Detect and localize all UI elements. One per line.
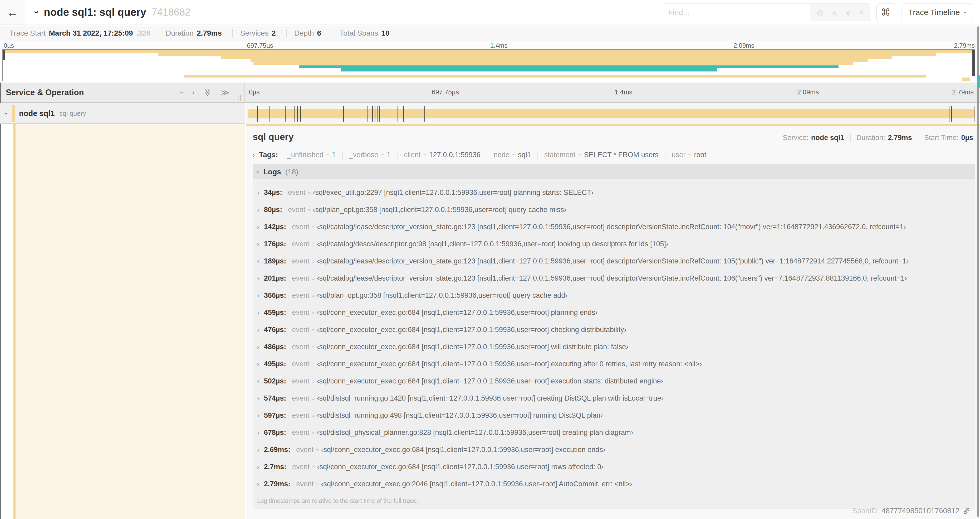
log-timestamp: 597µs: [264, 411, 286, 420]
log-marker-tick[interactable] [285, 106, 286, 121]
minimap-span-bar [221, 56, 892, 59]
minimap-canvas[interactable] [2, 50, 975, 81]
log-marker-tick[interactable] [372, 106, 373, 121]
log-expand-chevron-icon[interactable]: › [257, 309, 259, 316]
logs-collapse-chevron-icon[interactable]: › [255, 171, 262, 173]
expand-all-icon[interactable]: ≫ [221, 88, 229, 97]
tag-list: _unfinished = 1 _verbose = 1 client = 12… [281, 151, 713, 159]
log-entry[interactable]: › 201µs: event = ‹sql/catalog/lease/desc… [253, 270, 975, 287]
log-entry[interactable]: › 2.69ms: event = ‹sql/conn_executor_exe… [253, 441, 975, 458]
log-timestamp: 34µs: [264, 188, 282, 197]
log-entry[interactable]: › 678µs: event = ‹sql/distsql_physical_p… [253, 424, 975, 441]
log-field-value: ‹sql/conn_executor_exec.go:684 [nsql1,cl… [317, 360, 702, 368]
collapse-one-icon[interactable]: › [177, 91, 186, 94]
log-marker-tick[interactable] [300, 106, 301, 121]
prev-match-icon[interactable]: ∧ [832, 8, 837, 17]
log-equals: = [316, 481, 319, 488]
minimap-left-scrubber-handle[interactable] [3, 50, 5, 60]
span-collapse-chevron-icon[interactable]: › [0, 109, 12, 118]
log-entry[interactable]: › 486µs: event = ‹sql/conn_executor_exec… [253, 339, 975, 356]
log-marker-tick[interactable] [425, 106, 425, 121]
log-expand-chevron-icon[interactable]: › [257, 378, 259, 385]
log-expand-chevron-icon[interactable]: › [257, 343, 259, 351]
minimap-right-scrubber-handle[interactable] [972, 50, 975, 76]
span-operation-name: sql query [59, 110, 86, 117]
log-entry[interactable]: › 34µs: event = ‹sql/exec_util.go:2297 [… [253, 184, 975, 201]
log-entry[interactable]: › 142µs: event = ‹sql/catalog/lease/desc… [253, 218, 975, 235]
span-id-label: SpanID: [852, 506, 879, 515]
log-equals: = [312, 344, 315, 350]
log-expand-chevron-icon[interactable]: › [257, 361, 259, 368]
log-entry[interactable]: › 366µs: event = ‹sql/plan_opt.go:358 [n… [253, 287, 975, 304]
log-marker-tick[interactable] [368, 106, 368, 121]
span-color-stripe [13, 103, 16, 519]
log-marker-tick[interactable] [974, 106, 974, 121]
expand-one-icon[interactable]: › [192, 88, 195, 97]
left-gutter [0, 103, 245, 519]
log-marker-tick[interactable] [398, 106, 398, 121]
log-entry[interactable]: › 2.79ms: event = ‹sql/conn_executor_exe… [253, 476, 975, 493]
log-expand-chevron-icon[interactable]: › [257, 275, 259, 282]
log-expand-chevron-icon[interactable]: › [257, 481, 259, 488]
column-resize-grip[interactable]: || [237, 94, 242, 102]
log-marker-tick[interactable] [375, 106, 375, 121]
log-field-key: event [296, 446, 313, 454]
span-row-name-cell[interactable]: › node sql1 sql query [0, 103, 245, 124]
logs-header[interactable]: › Logs (18) [253, 164, 975, 179]
tags-expand-chevron-icon[interactable]: › [253, 152, 255, 159]
log-entry[interactable]: › 574µs: event = ‹sql/distsql_running.go… [253, 390, 975, 407]
log-entry[interactable]: › 495µs: event = ‹sql/conn_executor_exec… [253, 356, 975, 373]
log-entry[interactable]: › 459µs: event = ‹sql/conn_executor_exec… [253, 304, 975, 321]
log-marker-tick[interactable] [403, 106, 404, 121]
log-expand-chevron-icon[interactable]: › [257, 447, 259, 454]
link-icon[interactable] [962, 506, 971, 515]
vertical-scrollbar[interactable] [977, 26, 979, 517]
log-equals: = [312, 327, 315, 333]
log-marker-tick[interactable] [949, 106, 950, 121]
log-expand-chevron-icon[interactable]: › [257, 430, 259, 436]
log-expand-chevron-icon[interactable]: › [257, 258, 259, 265]
log-field-value: ‹sql/plan_opt.go:358 [nsql1,client=127.0… [313, 206, 566, 214]
log-entry[interactable]: › 502µs: event = ‹sql/conn_executor_exec… [253, 373, 975, 390]
tag-value: root [694, 151, 706, 159]
log-entry[interactable]: › 597µs: event = ‹sql/distsql_running.go… [253, 407, 975, 424]
log-expand-chevron-icon[interactable]: › [257, 292, 259, 299]
find-input[interactable] [662, 4, 810, 21]
log-expand-chevron-icon[interactable]: › [257, 326, 259, 334]
log-expand-chevron-icon[interactable]: › [257, 224, 259, 231]
log-expand-chevron-icon[interactable]: › [257, 412, 259, 419]
minimap-tick-label: 0µs [2, 42, 14, 50]
collapse-trace-chevron-icon[interactable]: › [32, 11, 42, 14]
next-match-icon[interactable]: ∨ [845, 8, 851, 17]
log-expand-chevron-icon[interactable]: › [257, 206, 259, 214]
trace-view-dropdown[interactable]: Trace Timeline › [901, 3, 974, 21]
log-expand-chevron-icon[interactable]: › [257, 189, 259, 196]
keyboard-shortcuts-button[interactable]: ⌘ [876, 3, 895, 21]
summary-item: Total Spans 10 [332, 29, 400, 37]
log-marker-tick[interactable] [257, 106, 258, 121]
log-marker-tick[interactable] [269, 106, 269, 121]
clear-find-icon[interactable]: × [859, 8, 864, 17]
log-timestamp: 142µs: [264, 223, 286, 231]
log-marker-tick[interactable] [377, 106, 377, 121]
tag-equals: = [326, 152, 329, 158]
log-expand-chevron-icon[interactable]: › [257, 464, 259, 471]
log-expand-chevron-icon[interactable]: › [257, 395, 259, 402]
match-highlight-icon[interactable]: ◎ [817, 8, 824, 17]
summary-label: Depth [294, 29, 314, 37]
log-entry[interactable]: › 476µs: event = ‹sql/conn_executor_exec… [253, 321, 975, 339]
back-button[interactable]: ← [0, 0, 25, 24]
log-marker-tick[interactable] [297, 106, 298, 121]
log-entry[interactable]: › 189µs: event = ‹sql/catalog/lease/desc… [253, 252, 975, 270]
collapse-all-icon[interactable]: ≫ [203, 88, 212, 96]
log-entry[interactable]: › 2.7ms: event = ‹sql/conn_executor_exec… [253, 458, 975, 476]
logs-title: Logs [263, 168, 281, 176]
log-marker-tick[interactable] [951, 106, 952, 121]
log-marker-tick[interactable] [294, 106, 294, 121]
log-marker-tick[interactable] [343, 106, 344, 121]
log-entry[interactable]: › 80µs: event = ‹sql/plan_opt.go:358 [ns… [253, 201, 975, 218]
log-marker-tick[interactable] [379, 106, 380, 121]
tags-row[interactable]: › Tags: _unfinished = 1 _verbose = 1 cli… [246, 144, 980, 164]
log-expand-chevron-icon[interactable]: › [257, 241, 259, 248]
log-entry[interactable]: › 176µs: event = ‹sql/catalog/descs/desc… [253, 235, 975, 252]
